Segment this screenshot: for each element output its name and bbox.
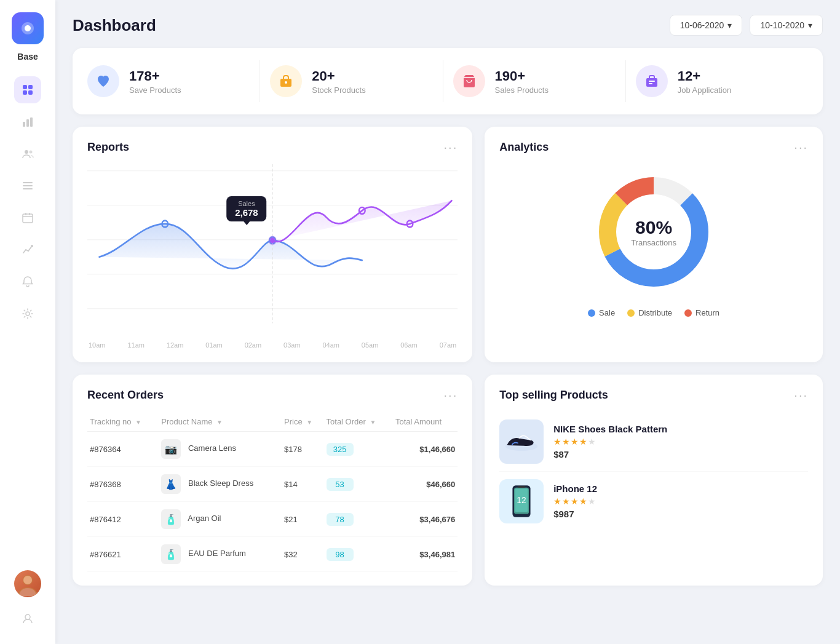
donut-center-label: 80% Transactions (631, 217, 676, 247)
top-products-card: Top selling Products ··· NIKE Shoes Blac… (485, 375, 823, 586)
analytics-card: Analytics ··· 80% (485, 127, 823, 362)
avatar[interactable] (14, 570, 41, 597)
recent-orders-card: Recent Orders ··· Tracking no ▼ Product … (73, 375, 472, 586)
sidebar-item-settings[interactable] (14, 300, 41, 327)
chart-x-labels: 10am 11am 12am 01am 02am 03am 04am 05am … (87, 341, 458, 349)
stat-card-job-application: 12+ Job Application (636, 60, 808, 102)
svg-rect-13 (25, 213, 26, 215)
chevron-down-icon: ▾ (808, 20, 812, 30)
sort-tracking-icon: ▼ (135, 419, 141, 426)
legend-sale: Sale (588, 308, 615, 317)
sidebar-item-list[interactable] (14, 172, 41, 199)
reports-card-header: Reports ··· (87, 140, 458, 154)
analytics-title: Analytics (499, 141, 549, 154)
reports-menu-button[interactable]: ··· (444, 140, 458, 154)
product-thumb-camera: 📷 (161, 439, 181, 459)
product-black-dress: 👗 Black Sleep Dress (159, 467, 282, 502)
page-title: Dashboard (73, 16, 156, 35)
svg-rect-11 (23, 188, 33, 189)
tracking-876412: #876412 (87, 502, 159, 537)
stat-cards: 178+ Save Products 20+ Stock Products (73, 48, 823, 114)
svg-point-7 (25, 150, 28, 154)
col-price: Price ▼ (282, 412, 324, 432)
product-eau-de-parfum: 🧴 EAU DE Parfum (159, 537, 282, 572)
col-total-amount: Total Amount (393, 412, 458, 432)
list-item: 12 iPhone 12 ★★★★★ $987 (499, 472, 808, 531)
chevron-down-icon: ▾ (727, 20, 732, 30)
orders-menu-button[interactable]: ··· (444, 388, 458, 402)
line-chart-svg: 100 80 60 40 20 0 (87, 164, 458, 336)
svg-point-18 (23, 576, 32, 584)
return-legend-dot (684, 309, 692, 317)
stat-info-save-products: 178+ Save Products (129, 68, 181, 95)
bag-icon (270, 65, 302, 97)
date-from-button[interactable]: 10-06-2020 ▾ (670, 15, 743, 36)
tracking-876368: #876368 (87, 467, 159, 502)
stat-info-stock-products: 20+ Stock Products (312, 68, 365, 95)
legend-return: Return (684, 308, 719, 317)
svg-point-16 (26, 312, 30, 316)
stat-card-save-products: 178+ Save Products (87, 60, 260, 102)
svg-rect-14 (29, 213, 30, 215)
analytics-menu-button[interactable]: ··· (794, 140, 808, 154)
orders-products-row: Recent Orders ··· Tracking no ▼ Product … (73, 375, 823, 586)
reports-chart: Sales 2,678 100 80 60 40 20 0 (87, 164, 458, 349)
date-to-button[interactable]: 10-10-2020 ▾ (750, 15, 823, 36)
distribute-legend-dot (627, 309, 635, 317)
top-products-header: Top selling Products ··· (499, 388, 808, 402)
orders-table: Tracking no ▼ Product Name ▼ Price ▼ T (87, 412, 458, 572)
stat-card-sales-products: 190+ Sales Products (453, 60, 626, 102)
col-product-name: Product Name ▼ (159, 412, 282, 432)
orders-card-header: Recent Orders ··· (87, 388, 458, 402)
svg-rect-23 (649, 81, 655, 82)
main-content: Dashboard 10-06-2020 ▾ 10-10-2020 ▾ 178+… (55, 0, 840, 644)
product-thumb-perfume: 🧴 (161, 544, 181, 564)
svg-point-21 (285, 81, 287, 84)
analytics-card-header: Analytics ··· (499, 140, 808, 154)
orders-title: Recent Orders (87, 389, 164, 402)
stat-card-stock-products: 20+ Stock Products (270, 60, 443, 102)
tracking-876364: #876364 (87, 432, 159, 467)
job-icon (636, 65, 668, 97)
svg-rect-5 (26, 119, 29, 127)
product-argan-oil: 🧴 Argan Oil (159, 502, 282, 537)
sidebar-item-profile[interactable] (14, 605, 41, 632)
sidebar-item-analytics[interactable] (14, 236, 41, 263)
sidebar-brand-label: Base (17, 52, 38, 62)
product-camera-lens: 📷 Camera Lens (159, 432, 282, 467)
sort-price-icon: ▼ (306, 419, 312, 426)
reports-card: Reports ··· Sales 2,678 100 80 (73, 127, 472, 362)
sidebar-logo (12, 12, 44, 44)
sidebar-item-calendar[interactable] (14, 204, 41, 231)
svg-point-15 (31, 245, 33, 247)
sidebar-item-charts[interactable] (14, 108, 41, 135)
legend-distribute: Distribute (627, 308, 672, 317)
sidebar-item-people[interactable] (14, 140, 41, 167)
donut-legend: Sale Distribute Return (588, 308, 719, 317)
svg-point-42 (270, 238, 275, 244)
table-row: #876368 👗 Black Sleep Dress $14 53 $46,6… (87, 467, 458, 502)
svg-rect-12 (23, 214, 33, 223)
svg-rect-2 (23, 90, 27, 95)
shopping-bag-icon (453, 65, 485, 97)
iphone-image: 12 (499, 479, 544, 523)
svg-point-8 (30, 151, 33, 154)
reports-analytics-row: Reports ··· Sales 2,678 100 80 (73, 127, 823, 362)
reports-title: Reports (87, 141, 129, 154)
svg-rect-10 (23, 185, 33, 186)
table-row: #876364 📷 Camera Lens $178 325 $1,46,660 (87, 432, 458, 467)
date-filters: 10-06-2020 ▾ 10-10-2020 ▾ (670, 15, 823, 36)
sort-total-order-icon: ▼ (370, 419, 376, 426)
donut-svg: 80% Transactions (592, 170, 715, 293)
sidebar-item-notifications[interactable] (14, 268, 41, 295)
svg-rect-9 (23, 182, 33, 183)
sidebar-item-dashboard[interactable] (14, 76, 41, 103)
tracking-876621: #876621 (87, 537, 159, 572)
table-row: #876621 🧴 EAU DE Parfum $32 98 $3,46,981 (87, 537, 458, 572)
top-products-menu-button[interactable]: ··· (794, 388, 808, 402)
donut-chart-wrap: 80% Transactions Sale Distribute (499, 164, 808, 317)
svg-rect-3 (28, 90, 33, 95)
svg-rect-4 (23, 122, 25, 127)
svg-rect-0 (23, 85, 27, 89)
iphone-stars: ★★★★★ (553, 496, 597, 506)
